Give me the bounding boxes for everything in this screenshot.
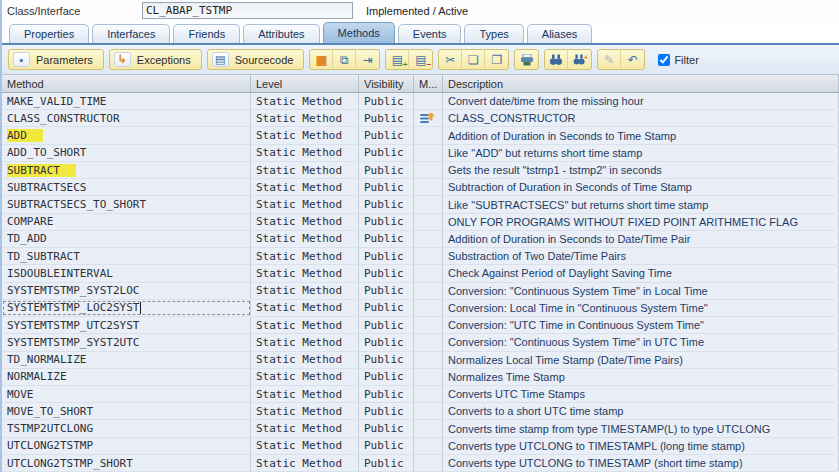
method-visibility-cell[interactable]: Public <box>359 369 414 385</box>
method-name-cell[interactable]: TD_SUBTRACT <box>2 248 251 264</box>
column-header-level[interactable]: Level <box>251 75 359 92</box>
method-name-cell[interactable]: SUBTRACTSECS_TO_SHORT <box>2 196 251 212</box>
tab-aliases[interactable]: Aliases <box>527 24 592 43</box>
method-visibility-cell[interactable]: Public <box>359 455 414 471</box>
insert-entry-button[interactable]: ⇥ <box>356 50 379 69</box>
method-description-cell[interactable]: CLASS_CONSTRUCTOR <box>443 110 839 126</box>
tab-friends[interactable]: Friends <box>173 24 240 43</box>
method-modeled-cell[interactable] <box>414 162 443 178</box>
table-row[interactable]: TD_SUBTRACTStatic MethodPublicSubstracti… <box>2 248 839 265</box>
method-description-cell[interactable]: Addition of Duration in Seconds to Date/… <box>443 231 839 247</box>
table-row[interactable]: MAKE_VALID_TIMEStatic MethodPublicConver… <box>2 93 839 110</box>
method-visibility-cell[interactable]: Public <box>359 300 414 316</box>
method-level-cell[interactable]: Static Method <box>251 214 359 230</box>
method-modeled-cell[interactable] <box>414 265 443 281</box>
tab-events[interactable]: Events <box>398 24 462 43</box>
method-name-cell[interactable]: ISDOUBLEINTERVAL <box>2 265 251 281</box>
table-row[interactable]: COMPAREStatic MethodPublicONLY FOR PROGR… <box>2 214 839 231</box>
method-name-cell[interactable]: COMPARE <box>2 214 251 230</box>
method-visibility-cell[interactable]: Public <box>359 248 414 264</box>
method-level-cell[interactable]: Static Method <box>251 386 359 402</box>
table-row[interactable]: SUBTRACTSECS_TO_SHORTStatic MethodPublic… <box>2 196 839 213</box>
method-description-cell[interactable]: Conversion: "Continuous System Time" in … <box>443 334 839 350</box>
table-row[interactable]: SYSTEMTSTMP_UTC2SYSTStatic MethodPublicC… <box>2 317 839 334</box>
method-description-cell[interactable]: Converts time stamp from type TIMESTAMP(… <box>443 420 839 436</box>
method-modeled-cell[interactable] <box>414 231 443 247</box>
method-level-cell[interactable]: Static Method <box>251 300 359 316</box>
method-level-cell[interactable]: Static Method <box>251 283 359 299</box>
tab-interfaces[interactable]: Interfaces <box>92 24 170 43</box>
exceptions-button[interactable]: ↳ Exceptions <box>109 49 202 70</box>
method-visibility-cell[interactable]: Public <box>359 386 414 402</box>
method-description-cell[interactable]: Convert date/time from the missing hour <box>443 93 839 109</box>
method-visibility-cell[interactable]: Public <box>359 214 414 230</box>
method-description-cell[interactable]: Like "SUBTRACTSECS" but returns short ti… <box>443 196 839 212</box>
class-name-input[interactable] <box>142 2 353 19</box>
method-description-cell[interactable]: Like "ADD" but returns short time stamp <box>443 145 839 161</box>
method-description-cell[interactable]: Gets the result "tstmp1 - tstmp2" in sec… <box>443 162 839 178</box>
table-row[interactable]: TD_ADDStatic MethodPublicAddition of Dur… <box>2 231 839 248</box>
method-level-cell[interactable]: Static Method <box>251 110 359 126</box>
method-modeled-cell[interactable] <box>414 386 443 402</box>
method-name-cell[interactable]: UTCLONG2TSTMP <box>2 438 251 454</box>
method-name-cell[interactable]: MOVE <box>2 386 251 402</box>
method-visibility-cell[interactable]: Public <box>359 162 414 178</box>
method-modeled-cell[interactable] <box>414 403 443 419</box>
cut-button[interactable]: ✂ <box>439 50 462 69</box>
method-level-cell[interactable]: Static Method <box>251 438 359 454</box>
table-row[interactable]: SUBTRACTStatic MethodPublicGets the resu… <box>2 162 839 179</box>
column-header-visibility[interactable]: Visibility <box>359 75 414 92</box>
table-row[interactable]: ADDStatic MethodPublicAddition of Durati… <box>2 127 839 144</box>
method-modeled-cell[interactable] <box>414 420 443 436</box>
table-row[interactable]: SYSTEMTSTMP_SYST2LOCStatic MethodPublicC… <box>2 283 839 300</box>
method-description-cell[interactable]: Substraction of Two Date/Time Pairs <box>443 248 839 264</box>
table-row[interactable]: TD_NORMALIZEStatic MethodPublicNormalize… <box>2 352 839 369</box>
tab-attributes[interactable]: Attributes <box>243 24 319 43</box>
method-name-cell[interactable]: SYSTEMTSTMP_SYST2LOC <box>2 283 251 299</box>
column-header-method[interactable]: Method <box>2 75 251 92</box>
method-visibility-cell[interactable]: Public <box>359 283 414 299</box>
method-visibility-cell[interactable]: Public <box>359 334 414 350</box>
method-visibility-cell[interactable]: Public <box>359 127 414 143</box>
method-modeled-cell[interactable] <box>414 110 443 126</box>
method-visibility-cell[interactable]: Public <box>359 317 414 333</box>
method-description-cell[interactable]: Check Against Period of Daylight Saving … <box>443 265 839 281</box>
method-visibility-cell[interactable]: Public <box>359 265 414 281</box>
method-visibility-cell[interactable]: Public <box>359 420 414 436</box>
table-row[interactable]: SYSTEMTSTMP_SYST2UTCStatic MethodPublicC… <box>2 334 839 351</box>
copy-button[interactable]: ❏ <box>462 50 485 69</box>
method-name-cell[interactable]: NORMALIZE <box>2 369 251 385</box>
table-row[interactable]: UTCLONG2TSTMP_SHORTStatic MethodPublicCo… <box>2 455 839 472</box>
table-row[interactable]: ISDOUBLEINTERVALStatic MethodPublicCheck… <box>2 265 839 282</box>
copy-entries-button[interactable]: ⧉ <box>333 50 356 69</box>
method-level-cell[interactable]: Static Method <box>251 179 359 195</box>
method-name-cell[interactable]: ADD <box>2 127 251 143</box>
table-row[interactable]: UTCLONG2TSTMPStatic MethodPublicConverts… <box>2 438 839 455</box>
find-button[interactable] <box>545 50 568 69</box>
find-next-button[interactable]: + <box>568 50 591 69</box>
method-name-cell[interactable]: MOVE_TO_SHORT <box>2 403 251 419</box>
method-description-cell[interactable]: Converts type UTCLONG to TIMESTAMP (shor… <box>443 455 839 471</box>
method-modeled-cell[interactable] <box>414 127 443 143</box>
method-visibility-cell[interactable]: Public <box>359 93 414 109</box>
tab-properties[interactable]: Properties <box>9 24 89 43</box>
method-visibility-cell[interactable]: Public <box>359 352 414 368</box>
method-modeled-cell[interactable] <box>414 455 443 471</box>
tab-types[interactable]: Types <box>464 24 523 43</box>
method-name-cell[interactable]: TD_ADD <box>2 231 251 247</box>
method-name-cell[interactable]: TSTMP2UTCLONG <box>2 420 251 436</box>
method-level-cell[interactable]: Static Method <box>251 231 359 247</box>
parameters-button[interactable]: ▪ Parameters <box>8 49 104 70</box>
method-visibility-cell[interactable]: Public <box>359 110 414 126</box>
table-row[interactable]: SUBTRACTSECSStatic MethodPublicSubtracti… <box>2 179 839 196</box>
method-modeled-cell[interactable] <box>414 248 443 264</box>
method-description-cell[interactable]: Converts type UTCLONG to TIMESTAMPL (lon… <box>443 438 839 454</box>
method-modeled-cell[interactable] <box>414 369 443 385</box>
column-header-description[interactable]: Description <box>443 75 839 92</box>
method-description-cell[interactable]: Addition of Duration in Seconds to Time … <box>443 127 839 143</box>
method-description-cell[interactable]: Conversion: "Continuous System Time" in … <box>443 283 839 299</box>
method-name-cell[interactable]: SUBTRACTSECS <box>2 179 251 195</box>
method-description-cell[interactable]: Normalizes Local Time Stamp (Date/Time P… <box>443 352 839 368</box>
method-modeled-cell[interactable] <box>414 179 443 195</box>
table-row[interactable]: NORMALIZEStatic MethodPublicNormalizes T… <box>2 369 839 386</box>
